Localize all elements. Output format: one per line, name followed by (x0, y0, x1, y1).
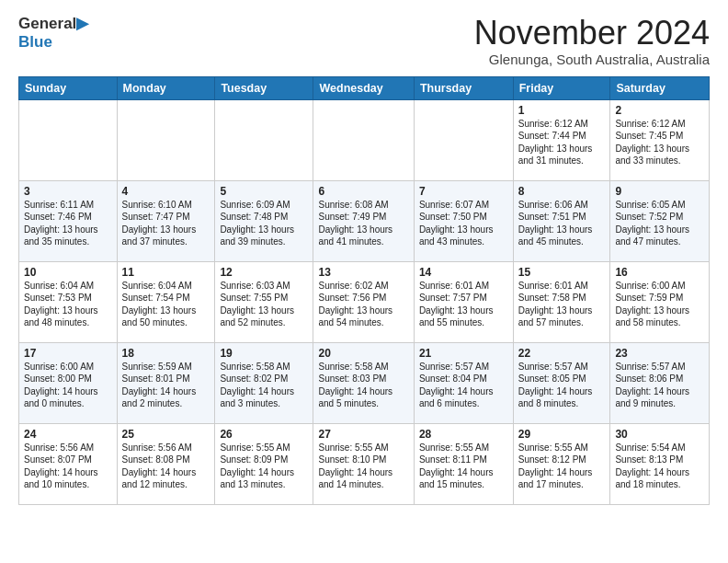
day-number: 9 (615, 185, 704, 198)
day-cell: 21Sunrise: 5:57 AM Sunset: 8:04 PM Dayli… (414, 342, 513, 423)
day-number: 17 (24, 347, 112, 360)
week-row-4: 17Sunrise: 6:00 AM Sunset: 8:00 PM Dayli… (19, 342, 710, 423)
title-block: November 2024 Glenunga, South Australia,… (474, 15, 710, 67)
day-number: 6 (318, 185, 408, 198)
day-info: Sunrise: 6:12 AM Sunset: 7:44 PM Dayligh… (518, 118, 606, 167)
day-cell: 5Sunrise: 6:09 AM Sunset: 7:48 PM Daylig… (215, 180, 313, 261)
day-number: 4 (122, 185, 210, 198)
col-header-tuesday: Tuesday (215, 76, 313, 99)
day-cell: 27Sunrise: 5:55 AM Sunset: 8:10 PM Dayli… (313, 423, 414, 504)
col-header-thursday: Thursday (414, 76, 513, 99)
day-info: Sunrise: 6:00 AM Sunset: 8:00 PM Dayligh… (24, 361, 112, 410)
day-number: 5 (220, 185, 308, 198)
day-info: Sunrise: 6:06 AM Sunset: 7:51 PM Dayligh… (518, 199, 606, 248)
location: Glenunga, South Australia, Australia (474, 52, 710, 67)
day-info: Sunrise: 6:10 AM Sunset: 7:47 PM Dayligh… (122, 199, 210, 248)
day-info: Sunrise: 5:58 AM Sunset: 8:02 PM Dayligh… (220, 361, 308, 410)
day-info: Sunrise: 5:54 AM Sunset: 8:13 PM Dayligh… (615, 442, 704, 491)
day-info: Sunrise: 6:03 AM Sunset: 7:55 PM Dayligh… (220, 280, 308, 329)
day-number: 22 (518, 347, 606, 360)
day-info: Sunrise: 5:55 AM Sunset: 8:12 PM Dayligh… (518, 442, 606, 491)
day-info: Sunrise: 6:04 AM Sunset: 7:54 PM Dayligh… (122, 280, 210, 329)
col-header-sunday: Sunday (19, 76, 118, 99)
day-info: Sunrise: 5:58 AM Sunset: 8:03 PM Dayligh… (318, 361, 408, 410)
day-info: Sunrise: 6:05 AM Sunset: 7:52 PM Dayligh… (615, 199, 704, 248)
day-info: Sunrise: 6:01 AM Sunset: 7:58 PM Dayligh… (518, 280, 606, 329)
day-cell: 10Sunrise: 6:04 AM Sunset: 7:53 PM Dayli… (19, 261, 118, 342)
day-cell: 4Sunrise: 6:10 AM Sunset: 7:47 PM Daylig… (117, 180, 215, 261)
day-number: 14 (419, 266, 508, 279)
day-cell (19, 99, 118, 180)
week-row-5: 24Sunrise: 5:56 AM Sunset: 8:07 PM Dayli… (19, 423, 710, 504)
day-info: Sunrise: 5:59 AM Sunset: 8:01 PM Dayligh… (122, 361, 210, 410)
day-cell: 2Sunrise: 6:12 AM Sunset: 7:45 PM Daylig… (610, 99, 710, 180)
day-number: 26 (220, 428, 308, 441)
day-info: Sunrise: 6:01 AM Sunset: 7:57 PM Dayligh… (419, 280, 508, 329)
logo: General▶ Blue (18, 15, 88, 51)
day-number: 21 (419, 347, 508, 360)
day-number: 28 (419, 428, 508, 441)
day-cell: 24Sunrise: 5:56 AM Sunset: 8:07 PM Dayli… (19, 423, 118, 504)
day-cell: 8Sunrise: 6:06 AM Sunset: 7:51 PM Daylig… (513, 180, 610, 261)
page: General▶ Blue November 2024 Glenunga, So… (0, 0, 728, 520)
day-info: Sunrise: 5:57 AM Sunset: 8:06 PM Dayligh… (615, 361, 704, 410)
day-cell (117, 99, 215, 180)
day-cell: 28Sunrise: 5:55 AM Sunset: 8:11 PM Dayli… (414, 423, 513, 504)
day-cell: 19Sunrise: 5:58 AM Sunset: 8:02 PM Dayli… (215, 342, 313, 423)
day-info: Sunrise: 6:07 AM Sunset: 7:50 PM Dayligh… (419, 199, 508, 248)
day-number: 24 (24, 428, 112, 441)
day-number: 10 (24, 266, 112, 279)
day-cell: 12Sunrise: 6:03 AM Sunset: 7:55 PM Dayli… (215, 261, 313, 342)
day-info: Sunrise: 6:04 AM Sunset: 7:53 PM Dayligh… (24, 280, 112, 329)
day-number: 18 (122, 347, 210, 360)
calendar: SundayMondayTuesdayWednesdayThursdayFrid… (18, 76, 710, 505)
day-cell: 16Sunrise: 6:00 AM Sunset: 7:59 PM Dayli… (610, 261, 710, 342)
day-number: 16 (615, 266, 704, 279)
calendar-header-row: SundayMondayTuesdayWednesdayThursdayFrid… (19, 76, 710, 99)
day-number: 2 (615, 104, 704, 117)
header: General▶ Blue November 2024 Glenunga, So… (18, 15, 710, 67)
col-header-wednesday: Wednesday (313, 76, 414, 99)
day-cell: 30Sunrise: 5:54 AM Sunset: 8:13 PM Dayli… (610, 423, 710, 504)
day-cell: 23Sunrise: 5:57 AM Sunset: 8:06 PM Dayli… (610, 342, 710, 423)
day-cell: 7Sunrise: 6:07 AM Sunset: 7:50 PM Daylig… (414, 180, 513, 261)
day-cell: 17Sunrise: 6:00 AM Sunset: 8:00 PM Dayli… (19, 342, 118, 423)
day-cell: 25Sunrise: 5:56 AM Sunset: 8:08 PM Dayli… (117, 423, 215, 504)
day-info: Sunrise: 5:56 AM Sunset: 8:07 PM Dayligh… (24, 442, 112, 491)
week-row-1: 1Sunrise: 6:12 AM Sunset: 7:44 PM Daylig… (19, 99, 710, 180)
day-cell: 18Sunrise: 5:59 AM Sunset: 8:01 PM Dayli… (117, 342, 215, 423)
day-cell: 22Sunrise: 5:57 AM Sunset: 8:05 PM Dayli… (513, 342, 610, 423)
day-info: Sunrise: 5:55 AM Sunset: 8:10 PM Dayligh… (318, 442, 408, 491)
day-cell: 14Sunrise: 6:01 AM Sunset: 7:57 PM Dayli… (414, 261, 513, 342)
day-cell: 6Sunrise: 6:08 AM Sunset: 7:49 PM Daylig… (313, 180, 414, 261)
col-header-friday: Friday (513, 76, 610, 99)
day-info: Sunrise: 5:57 AM Sunset: 8:05 PM Dayligh… (518, 361, 606, 410)
day-number: 13 (318, 266, 408, 279)
day-number: 15 (518, 266, 606, 279)
day-number: 11 (122, 266, 210, 279)
day-cell: 15Sunrise: 6:01 AM Sunset: 7:58 PM Dayli… (513, 261, 610, 342)
day-cell: 13Sunrise: 6:02 AM Sunset: 7:56 PM Dayli… (313, 261, 414, 342)
day-cell (313, 99, 414, 180)
day-cell: 3Sunrise: 6:11 AM Sunset: 7:46 PM Daylig… (19, 180, 118, 261)
day-cell: 20Sunrise: 5:58 AM Sunset: 8:03 PM Dayli… (313, 342, 414, 423)
logo-line1: General▶ (18, 15, 88, 33)
day-info: Sunrise: 6:09 AM Sunset: 7:48 PM Dayligh… (220, 199, 308, 248)
day-cell (215, 99, 313, 180)
logo-line2: Blue (18, 33, 88, 52)
week-row-3: 10Sunrise: 6:04 AM Sunset: 7:53 PM Dayli… (19, 261, 710, 342)
day-info: Sunrise: 5:55 AM Sunset: 8:09 PM Dayligh… (220, 442, 308, 491)
day-info: Sunrise: 6:00 AM Sunset: 7:59 PM Dayligh… (615, 280, 704, 329)
day-number: 8 (518, 185, 606, 198)
day-number: 29 (518, 428, 606, 441)
col-header-saturday: Saturday (610, 76, 710, 99)
day-number: 20 (318, 347, 408, 360)
day-info: Sunrise: 6:11 AM Sunset: 7:46 PM Dayligh… (24, 199, 112, 248)
day-info: Sunrise: 6:08 AM Sunset: 7:49 PM Dayligh… (318, 199, 408, 248)
day-cell: 9Sunrise: 6:05 AM Sunset: 7:52 PM Daylig… (610, 180, 710, 261)
day-number: 1 (518, 104, 606, 117)
month-title: November 2024 (474, 15, 710, 52)
day-number: 25 (122, 428, 210, 441)
day-number: 3 (24, 185, 112, 198)
day-info: Sunrise: 6:12 AM Sunset: 7:45 PM Dayligh… (615, 118, 704, 167)
